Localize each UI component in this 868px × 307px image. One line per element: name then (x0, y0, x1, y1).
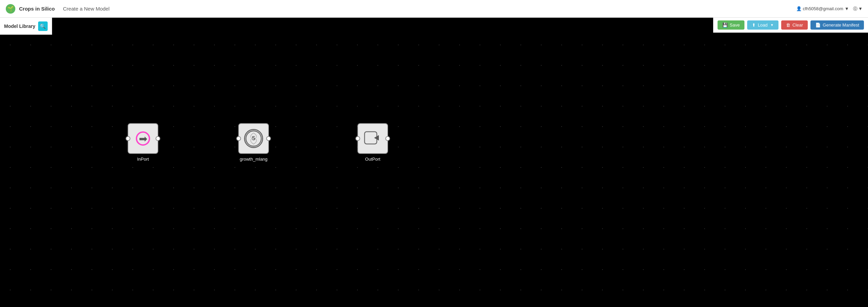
outport-label: OutPort (365, 157, 381, 162)
user-menu[interactable]: 👤 cfh5058@gmail.com ▼ (796, 6, 849, 11)
save-label: Save (730, 22, 740, 28)
outport-svg (364, 129, 382, 147)
inport-node-box[interactable]: ➡ (128, 123, 158, 154)
outport-left-connector[interactable] (355, 136, 360, 141)
svg-text:5: 5 (252, 135, 255, 142)
clear-icon: 🗑 (786, 22, 790, 28)
outport-node[interactable]: OutPort (357, 123, 388, 162)
growth-left-connector[interactable] (236, 136, 241, 141)
growth-node-box[interactable]: 5 (238, 123, 269, 154)
inport-icon: ➡ (139, 133, 147, 145)
nav-right: 👤 cfh5058@gmail.com ▼ ⓪ ▼ (796, 6, 863, 12)
user-icon: 👤 (796, 6, 802, 11)
load-button[interactable]: ⬆ Load ▼ (747, 20, 778, 30)
model-library-search-button[interactable]: 🔍 (38, 21, 48, 31)
navbar: 🌱 Crops in Silico Create a New Model 👤 c… (0, 0, 868, 18)
help-menu[interactable]: ⓪ ▼ (853, 6, 863, 12)
clear-label: Clear (792, 22, 803, 28)
inport-right-connector[interactable] (156, 136, 160, 141)
model-library-bar: Model Library 🔍 (0, 18, 52, 35)
load-dropdown-arrow: ▼ (770, 23, 774, 27)
help-dropdown-arrow: ▼ (858, 6, 863, 11)
inport-left-connector[interactable] (126, 136, 130, 141)
outport-icon (364, 129, 382, 148)
manifest-icon: 📄 (815, 22, 821, 28)
growth-label: growth_mlang (240, 157, 268, 162)
growth-right-connector[interactable] (266, 136, 271, 141)
inport-label: InPort (137, 157, 149, 162)
manifest-label: Generate Manifest (823, 22, 859, 28)
growth-icon: 5 (244, 129, 263, 148)
outport-right-connector[interactable] (385, 136, 390, 141)
inport-node[interactable]: ➡ InPort (128, 123, 158, 162)
growth-svg: 5 (245, 129, 262, 148)
load-icon: ⬆ (752, 22, 756, 28)
user-dropdown-arrow: ▼ (845, 6, 849, 11)
user-email: cfh5058@gmail.com (803, 6, 843, 11)
load-label: Load (758, 22, 768, 28)
growth-mlang-node[interactable]: 5 growth_mlang (238, 123, 269, 162)
generate-manifest-button[interactable]: 📄 Generate Manifest (810, 20, 864, 30)
save-icon: 💾 (722, 22, 728, 28)
outport-node-box[interactable] (357, 123, 388, 154)
app-logo: 🌱 (5, 4, 16, 14)
model-library-label: Model Library (4, 23, 35, 29)
save-button[interactable]: 💾 Save (718, 20, 745, 30)
toolbar: 💾 Save ⬆ Load ▼ 🗑 Clear 📄 Generate Manif… (713, 18, 868, 33)
inport-arrow-icon: ➡ (139, 133, 147, 145)
svg-text:🌱: 🌱 (7, 5, 14, 12)
search-icon: 🔍 (40, 23, 46, 29)
help-icon: ⓪ (853, 6, 857, 12)
canvas[interactable]: ➡ InPort 5 growth_mlang (0, 35, 868, 307)
page-title: Create a New Model (63, 6, 110, 12)
app-name: Crops in Silico (19, 6, 55, 12)
clear-button[interactable]: 🗑 Clear (781, 20, 808, 30)
